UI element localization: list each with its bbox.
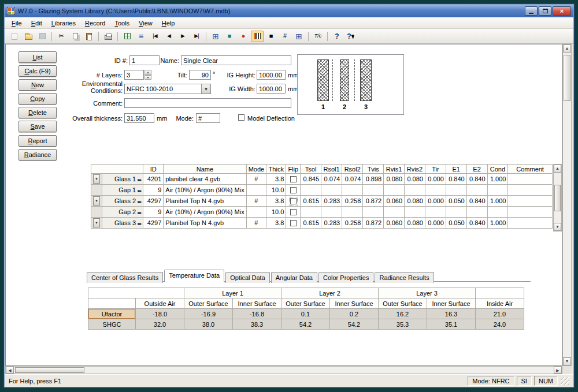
- cell-name[interactable]: planibel clear 4.gvb: [164, 174, 246, 185]
- cell-flip[interactable]: [286, 174, 301, 185]
- spin-down-icon[interactable]: ▼: [144, 75, 151, 80]
- tab-color-properties[interactable]: Color Properties: [318, 272, 373, 283]
- scroll-right-icon[interactable]: ▶: [554, 367, 562, 374]
- cell-comment[interactable]: [508, 218, 552, 229]
- cell-tir[interactable]: [425, 185, 446, 196]
- table-row-gap-2[interactable]: Gap 2 ▸▸ 9 Air (10%) / Argon (90%) Mix 1…: [91, 207, 553, 218]
- cell-rvis2[interactable]: 0.080: [405, 218, 425, 229]
- cell-flip[interactable]: [286, 207, 301, 218]
- cell-cond[interactable]: 1.000: [487, 174, 508, 185]
- cell-cond[interactable]: 1.000: [487, 196, 508, 207]
- tab-radiance-results[interactable]: Radiance Results: [375, 272, 433, 283]
- row-header[interactable]: Glass 3 ▸▸: [102, 218, 143, 229]
- cell-rvis1[interactable]: [384, 207, 405, 218]
- menu-record[interactable]: Record: [80, 18, 110, 28]
- prev-record-button[interactable]: ◀: [162, 31, 175, 42]
- cell-id[interactable]: 9: [143, 207, 164, 218]
- cell-name[interactable]: Air (10%) / Argon (90%) Mix: [164, 207, 246, 218]
- cell-tir[interactable]: [425, 207, 446, 218]
- vertical-scroll-thumb[interactable]: [564, 55, 570, 101]
- cell-rsol1[interactable]: 0.074: [321, 174, 342, 185]
- id-input[interactable]: [129, 55, 160, 65]
- cell-e2[interactable]: 0.840: [466, 174, 487, 185]
- calc-button[interactable]: Calc (F9): [18, 65, 57, 77]
- save-record-button[interactable]: Save: [18, 121, 57, 132]
- cell-tsol[interactable]: 0.615: [301, 196, 321, 207]
- cell-tir[interactable]: 0.000: [425, 218, 446, 229]
- row-header[interactable]: Gap 1 ▸▸: [102, 185, 143, 196]
- env-conditions-select[interactable]: NFRC 100-2010 ▼: [124, 84, 211, 94]
- name-input[interactable]: [181, 55, 291, 65]
- cell-tsol[interactable]: [301, 207, 321, 218]
- cell-id[interactable]: 4297: [143, 196, 164, 207]
- table-row-glass-2[interactable]: ▼ Glass 2 ▸▸ 4297 Planibel Top N 4.gvb #…: [91, 196, 553, 207]
- glass-select-dropdown[interactable]: ▼: [93, 218, 100, 227]
- cut-button[interactable]: ✂: [55, 31, 68, 42]
- cell-tvis[interactable]: 0.898: [363, 174, 384, 185]
- first-record-button[interactable]: |◀: [149, 31, 161, 42]
- cell-thick[interactable]: 3.8: [266, 196, 286, 207]
- menu-libraries[interactable]: Libraries: [47, 18, 80, 28]
- ig-height-input[interactable]: [257, 70, 286, 80]
- tab-center-of-glass-results[interactable]: Center of Glass Results: [87, 272, 163, 283]
- gas-library-button[interactable]: ■: [223, 31, 236, 42]
- cell-mode[interactable]: [246, 207, 266, 218]
- cell-tsol[interactable]: [301, 185, 321, 196]
- cell-comment[interactable]: [508, 174, 552, 185]
- glass-select-dropdown[interactable]: ▼: [93, 174, 100, 184]
- cell-tsol[interactable]: 0.845: [301, 174, 321, 185]
- ig-width-input[interactable]: [257, 84, 286, 94]
- context-help-button[interactable]: ?: [344, 31, 357, 42]
- cell-tsol[interactable]: 0.615: [301, 218, 321, 229]
- cell-e2[interactable]: [466, 185, 487, 196]
- model-deflection-checkbox[interactable]: [238, 114, 244, 121]
- cell-rvis2[interactable]: 0.080: [405, 174, 425, 185]
- cell-thick[interactable]: 3.8: [266, 174, 286, 185]
- radiance-button[interactable]: Radiance: [18, 149, 57, 160]
- cell-rsol2[interactable]: [342, 185, 363, 196]
- cell-tvis[interactable]: [363, 185, 384, 196]
- divider-library-button[interactable]: #: [279, 31, 291, 42]
- cell-comment[interactable]: [508, 196, 552, 207]
- cell-name[interactable]: Air (10%) / Argon (90%) Mix: [164, 185, 246, 196]
- open-button[interactable]: [22, 31, 35, 42]
- next-record-button[interactable]: ▶: [176, 31, 189, 42]
- cell-thick[interactable]: 10.0: [266, 207, 286, 218]
- cell-e2[interactable]: [466, 207, 487, 218]
- scroll-down-icon[interactable]: ▼: [554, 223, 561, 231]
- cell-id[interactable]: 9: [143, 185, 164, 196]
- horizontal-scrollbar[interactable]: ◀ ▶: [5, 366, 562, 374]
- report-button[interactable]: Report: [18, 135, 57, 147]
- cell-tvis[interactable]: 0.872: [363, 196, 384, 207]
- cell-cond[interactable]: 1.000: [487, 218, 508, 229]
- cell-rvis1[interactable]: 0.080: [384, 174, 405, 185]
- mode-input[interactable]: [196, 113, 220, 123]
- maximize-button[interactable]: [539, 6, 551, 16]
- cell-thick[interactable]: 10.0: [266, 185, 286, 196]
- cell-rvis1[interactable]: 0.060: [384, 218, 405, 229]
- scroll-up-icon[interactable]: ▲: [563, 44, 571, 53]
- menu-tools[interactable]: Tools: [110, 18, 134, 28]
- cell-thick[interactable]: 3.8: [266, 218, 286, 229]
- scroll-up-icon[interactable]: ▲: [554, 165, 561, 173]
- cell-rsol1[interactable]: 0.283: [321, 196, 342, 207]
- cell-rsol2[interactable]: 0.258: [342, 218, 363, 229]
- cell-mode[interactable]: [246, 185, 266, 196]
- row-label-shgc[interactable]: SHGC: [88, 319, 136, 330]
- cell-e1[interactable]: [446, 185, 466, 196]
- cell-tir[interactable]: 0.000: [425, 174, 446, 185]
- glass-select-dropdown[interactable]: ▼: [93, 196, 100, 206]
- cell-e2[interactable]: 0.840: [466, 218, 487, 229]
- frame-library-button[interactable]: ■: [265, 31, 277, 42]
- close-button[interactable]: ×: [553, 6, 571, 16]
- cell-rsol1[interactable]: 0.283: [321, 218, 342, 229]
- glass-library-button[interactable]: ●: [237, 31, 250, 42]
- tab-angular-data[interactable]: Angular Data: [271, 272, 317, 283]
- cell-id[interactable]: 4297: [143, 218, 164, 229]
- cell-flip[interactable]: [286, 196, 301, 207]
- spin-up-icon[interactable]: ▲: [144, 70, 151, 75]
- save-button[interactable]: [36, 31, 49, 42]
- paste-button[interactable]: [83, 31, 95, 42]
- detail-arrows-icon[interactable]: ▸▸: [138, 177, 141, 182]
- flip-checkbox[interactable]: [290, 220, 297, 226]
